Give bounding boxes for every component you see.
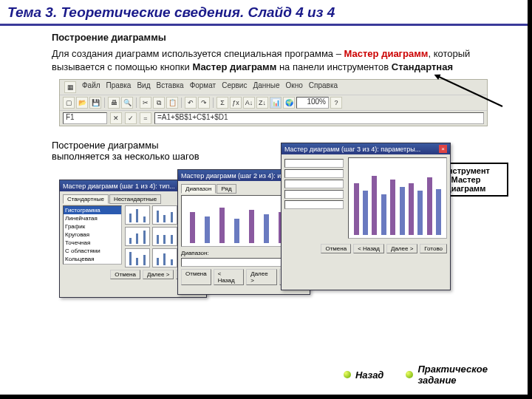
sort-desc-icon[interactable]: Z↓ (256, 97, 268, 109)
cancel-button[interactable]: Отмена (321, 244, 351, 253)
text: задание (417, 375, 456, 386)
separator (104, 98, 105, 108)
tab-series[interactable]: Ряд (216, 184, 236, 194)
tab-standard[interactable]: Стандартные (63, 194, 109, 204)
steps-paragraph: Построение диаграммы выполняется за неск… (52, 140, 273, 162)
finish-button[interactable]: Готово (420, 244, 447, 253)
help-icon[interactable]: ? (330, 97, 342, 109)
tab-range[interactable]: Диапазон (181, 184, 216, 194)
nav-practice[interactable]: Практическое задание (406, 364, 488, 386)
fx-icon[interactable]: ƒx (230, 97, 242, 109)
bullet-icon (344, 371, 351, 378)
wizard-step-3: Мастер диаграмм (шаг 3 из 4): параметры.… (281, 143, 451, 290)
separator (181, 98, 182, 108)
thumb[interactable] (152, 205, 177, 225)
excel-toolbar: ▦ Файл Правка Вид Вставка Формат Сервис … (59, 79, 488, 126)
menu-window[interactable]: Окно (286, 81, 303, 93)
cut-icon[interactable]: ✂ (140, 97, 151, 109)
window-title: Мастер диаграмм (шаг 2 из 4): ист... (181, 172, 292, 180)
slide-title: Тема 3. Теоретические сведения. Слайд 4 … (0, 0, 532, 26)
thumb[interactable] (152, 227, 177, 246)
paste-icon[interactable]: 📋 (166, 97, 178, 109)
nav-links: Назад Практическое задание (0, 364, 532, 386)
param-field[interactable] (284, 180, 344, 188)
nav-back[interactable]: Назад (344, 364, 384, 386)
param-field[interactable] (284, 169, 344, 178)
formula-bar: F1 ✕ ✓ = =A1+$B$1+C$1+$D1 (60, 111, 487, 126)
print-icon[interactable]: 🖶 (108, 97, 120, 109)
window-title: Мастер диаграмм (шаг 3 из 4): параметры.… (284, 146, 420, 153)
list-item[interactable]: График (64, 222, 121, 231)
term-master-diagram-bold: Мастер диаграмм (192, 61, 276, 72)
menu-format[interactable]: Формат (190, 81, 216, 93)
toolbar-figure: ▦ Файл Правка Вид Вставка Формат Сервис … (59, 79, 488, 126)
nav-label: Назад (355, 369, 384, 381)
menu-file[interactable]: Файл (82, 81, 100, 93)
cancel-button[interactable]: Отмена (181, 269, 211, 285)
chart-preview (348, 157, 447, 239)
thumb[interactable] (125, 248, 150, 267)
thumb[interactable] (125, 227, 150, 246)
menu-view[interactable]: Вид (137, 81, 150, 93)
wizard-screenshots: Мастер диаграмм (шаг 1 из 4): тип... × С… (59, 165, 532, 320)
term-master-diagram: Мастер диаграмм (344, 48, 429, 59)
thumb[interactable] (152, 248, 177, 267)
thumb[interactable] (125, 205, 150, 225)
redo-icon[interactable]: ↷ (198, 97, 210, 109)
equals-icon[interactable]: = (140, 112, 151, 124)
list-item[interactable]: Линейчатая (64, 214, 121, 222)
menu-edit[interactable]: Правка (106, 81, 132, 93)
list-item[interactable]: Гистограмма (64, 206, 121, 214)
text: Практическое (417, 364, 488, 375)
cancel-button[interactable]: Отмена (110, 270, 140, 279)
chart-type-list[interactable]: Гистограмма Линейчатая График Круговая Т… (63, 205, 122, 265)
window-title: Мастер диаграмм (шаг 1 из 4): тип... (63, 183, 175, 190)
enter-formula-icon[interactable]: ✓ (125, 112, 137, 124)
frame-edge (528, 0, 532, 399)
menu-data[interactable]: Данные (253, 81, 279, 93)
sum-icon[interactable]: Σ (216, 97, 228, 109)
preview-icon[interactable]: 🔍 (121, 97, 133, 109)
close-icon[interactable]: × (439, 145, 447, 153)
list-item[interactable]: Точечная (64, 239, 121, 247)
back-button[interactable]: < Назад (353, 244, 384, 253)
cancel-formula-icon[interactable]: ✕ (110, 112, 122, 124)
list-item[interactable]: Кольцевая (64, 255, 121, 263)
list-item[interactable]: Круговая (64, 231, 121, 239)
next-button[interactable]: Далее > (386, 244, 417, 253)
next-button[interactable]: Далее > (143, 270, 174, 279)
formula-input[interactable]: =A1+$B$1+C$1+$D1 (154, 112, 484, 124)
back-button[interactable]: < Назад (214, 269, 245, 285)
menu-tools[interactable]: Сервис (222, 81, 247, 93)
text: выполняется за несколько шагов (52, 151, 200, 162)
copy-icon[interactable]: ⧉ (153, 97, 165, 109)
subheading: Построение диаграммы (52, 32, 495, 43)
zoom-field[interactable]: 100% (296, 97, 329, 109)
app-icon: ▦ (64, 81, 76, 93)
open-icon[interactable]: 📂 (76, 97, 88, 109)
name-box[interactable]: F1 (63, 112, 107, 124)
text: Для создания диаграмм используется специ… (52, 48, 344, 59)
map-icon[interactable]: 🌍 (283, 97, 295, 109)
tab-custom[interactable]: Нестандартные (109, 194, 161, 204)
list-item[interactable]: С областями (64, 247, 121, 255)
undo-icon[interactable]: ↶ (185, 97, 197, 109)
param-field[interactable] (284, 159, 344, 168)
menu-bar: ▦ Файл Правка Вид Вставка Формат Сервис … (60, 80, 487, 95)
paragraph: Для создания диаграмм используется специ… (52, 47, 495, 73)
nav-label: Практическое задание (417, 364, 488, 386)
param-field[interactable] (284, 200, 344, 209)
menu-insert[interactable]: Вставка (156, 81, 183, 93)
menu-help[interactable]: Справка (309, 81, 338, 93)
new-icon[interactable]: ▢ (63, 97, 75, 109)
chart-subtype-thumbs[interactable] (125, 205, 177, 267)
save-icon[interactable]: 💾 (89, 97, 101, 109)
separator (213, 98, 214, 108)
param-field[interactable] (284, 190, 344, 199)
next-button[interactable]: Далее > (246, 269, 277, 285)
frame-edge (0, 395, 532, 399)
text: на панели инструментов (276, 61, 392, 72)
sort-asc-icon[interactable]: A↓ (243, 97, 255, 109)
standard-toolbar: ▢ 📂 💾 🖶 🔍 ✂ ⧉ 📋 ↶ ↷ Σ ƒx A↓ Z↓ 📊 🌍 (60, 95, 487, 111)
chart-wizard-icon[interactable]: 📊 (270, 97, 282, 109)
